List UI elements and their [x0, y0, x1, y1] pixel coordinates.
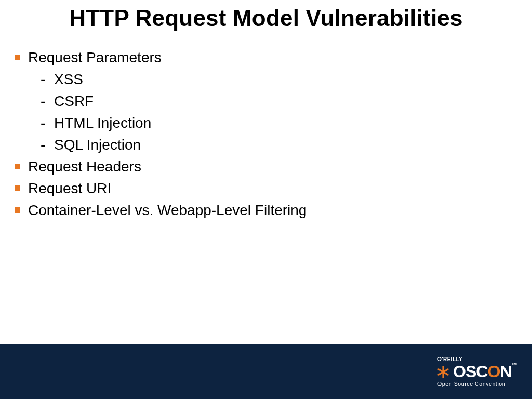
sub-list: XSS CSRF HTML Injection SQL Injection	[28, 69, 522, 156]
brand-part2: N	[500, 362, 511, 381]
trademark-icon: TM	[511, 362, 516, 366]
list-item-text: Container-Level vs. Webapp-Level Filteri…	[28, 202, 307, 218]
slide-title: HTTP Request Model Vulnerabilities	[0, 0, 532, 31]
list-item-text: CSRF	[54, 93, 94, 109]
list-item: XSS	[38, 69, 522, 90]
list-item-text: Request URI	[28, 180, 111, 196]
oscon-logo: O'REILLY OSCONTM Open Source Convention	[436, 356, 516, 387]
list-item-text: SQL Injection	[54, 137, 141, 153]
list-item: SQL Injection	[38, 134, 522, 156]
list-item-text: HTML Injection	[54, 115, 151, 131]
slide: HTTP Request Model Vulnerabilities Reque…	[0, 0, 532, 399]
tagline: Open Source Convention	[437, 381, 506, 387]
logo-main: OSCONTM	[436, 363, 516, 380]
brand-text: OSCONTM	[453, 363, 516, 380]
list-item-text: Request Parameters	[28, 49, 162, 65]
list-item: Container-Level vs. Webapp-Level Filteri…	[10, 200, 522, 221]
brand-part1: OSC	[453, 362, 487, 381]
list-item: CSRF	[38, 90, 522, 112]
list-item: Request Headers	[10, 156, 522, 178]
list-item-text: XSS	[54, 71, 83, 87]
list-item-text: Request Headers	[28, 158, 141, 175]
list-item: HTML Injection	[38, 112, 522, 134]
publisher-label: O'REILLY	[437, 356, 462, 362]
asterisk-icon	[436, 365, 450, 379]
list-item: Request Parameters XSS CSRF HTML Injecti…	[10, 47, 522, 156]
footer-bar: O'REILLY OSCONTM Open Source Convention	[0, 344, 532, 399]
bullet-list: Request Parameters XSS CSRF HTML Injecti…	[10, 47, 522, 221]
brand-accent: O	[487, 362, 500, 381]
list-item: Request URI	[10, 178, 522, 200]
slide-body: Request Parameters XSS CSRF HTML Injecti…	[0, 31, 532, 221]
